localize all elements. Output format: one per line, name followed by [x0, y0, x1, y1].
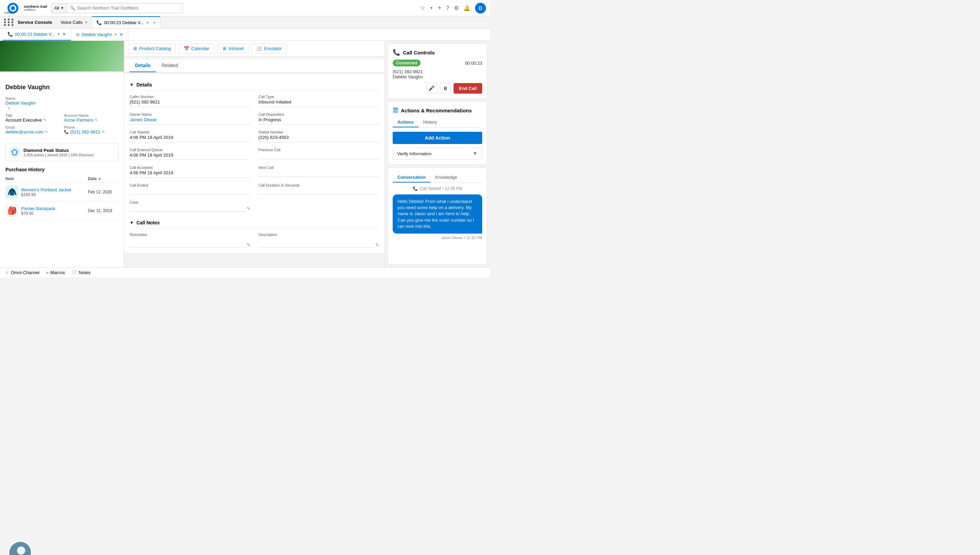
notes-item[interactable]: 📄 Notes: [72, 270, 91, 275]
favorites-icon[interactable]: ☆: [420, 5, 425, 11]
field-call-disposition: Call Disposition In Progress: [259, 112, 379, 125]
add-icon[interactable]: +: [438, 5, 442, 11]
avatar[interactable]: D: [475, 3, 486, 14]
date-sort-icon[interactable]: ▼: [98, 177, 101, 181]
bottom-bar: ✓ Omni-Channel » Macros 📄 Notes: [0, 267, 490, 278]
owner-name-value[interactable]: James Dewar: [129, 117, 251, 125]
active-call-close-icon[interactable]: ✕: [153, 21, 156, 25]
notifications-icon[interactable]: 🔔: [464, 5, 470, 11]
field-resolution: Resolution ✎: [129, 233, 251, 247]
help-icon[interactable]: ?: [446, 5, 449, 11]
description-edit-icon[interactable]: ✎: [375, 242, 379, 247]
voice-calls-tab[interactable]: Voice Calls ▼: [56, 16, 92, 28]
ar-tab-actions[interactable]: Actions: [393, 117, 419, 127]
field-email-edit-icon[interactable]: ✎: [45, 130, 48, 134]
center-panel: ⊞ Product Catalog 📅 Calendar 🖥 Intranet …: [124, 41, 385, 267]
tab-calendar[interactable]: 📅 Calendar: [179, 43, 214, 53]
product-name-jacket[interactable]: Women's Portland Jacket: [21, 187, 71, 192]
table-row: 🧥 Women's Portland Jacket $199.95 Feb 12…: [5, 183, 118, 202]
caller-name-display: Debbie Vaughn: [393, 74, 482, 79]
calendar-label: Calendar: [191, 46, 209, 51]
table-row: 🎒 Pivoter Backpack $79.95 Dec 21, 2019: [5, 202, 118, 220]
field-name-edit-icon[interactable]: ✎: [8, 106, 11, 110]
call-notes-section: ▼ Call Notes Resolution ✎ Description: [129, 217, 379, 247]
settings-icon[interactable]: ⚙: [454, 5, 459, 11]
field-description: Description ✎: [259, 233, 379, 247]
tab-details[interactable]: Details: [129, 59, 156, 72]
call-started-time: Call Started • 12:30 PM: [420, 186, 462, 191]
dropdown-icon[interactable]: ▼: [430, 6, 433, 10]
profile-info: Name Debbie Vaughn ✎ Title Account Execu…: [0, 94, 124, 137]
next-call-value: [259, 170, 379, 177]
verify-information-label: Verify Information: [397, 151, 432, 156]
debbie-second-tab-close-icon[interactable]: ✕: [120, 32, 123, 37]
detail-content: ▼ Details Caller Number (521) 392-9821 C…: [124, 74, 385, 253]
call-second-tab-label: 00:00:23 Debbie V...: [15, 32, 55, 37]
search-input[interactable]: [77, 5, 180, 11]
call-number-row: (521) 392-9821 Debbie Vaughn: [393, 69, 482, 79]
resolution-edit-icon[interactable]: ✎: [247, 242, 251, 247]
tab-emulator[interactable]: ⬜ Emulator: [251, 43, 287, 53]
debbie-second-tab[interactable]: ⊞ Debbie Vaughn ▼ ✕: [71, 29, 128, 40]
mute-button[interactable]: 🎤: [426, 83, 437, 94]
field-phone-value[interactable]: (521) 392-9821: [70, 129, 101, 135]
active-call-tab[interactable]: 📞 00:00:23 Debbie V... ▼ ✕: [92, 16, 160, 28]
conv-tab-knowledge[interactable]: Knowledge: [430, 173, 462, 183]
call-notes-collapse-icon: ▼: [129, 220, 134, 225]
product-price-jacket: $199.95: [21, 192, 71, 197]
caller-number-label: Caller Number: [129, 95, 251, 99]
apps-grid-button[interactable]: Service Console: [0, 16, 56, 28]
call-second-tab-phone-icon: 📞: [8, 32, 13, 37]
connected-badge: Connected: [393, 59, 420, 66]
diamond-details: 2,455 points | Joined 2015 | 10% Discoun…: [24, 153, 94, 157]
case-value: [129, 205, 247, 212]
call-second-tab-close-icon[interactable]: ✕: [62, 32, 66, 37]
call-second-tab-arrow-icon: ▼: [57, 32, 60, 36]
field-title-edit-icon[interactable]: ✎: [43, 118, 46, 122]
second-tab-bar: 📞 00:00:23 Debbie V... ▼ ✕ ⊞ Debbie Vaug…: [0, 29, 490, 41]
hold-button[interactable]: ⏸: [440, 83, 451, 94]
field-account-edit-icon[interactable]: ✎: [94, 118, 98, 122]
details-fields-grid: Caller Number (521) 392-9821 Call Type I…: [129, 95, 379, 212]
notes-file-icon: 📄: [72, 270, 77, 275]
case-edit-icon[interactable]: ✎: [247, 206, 251, 211]
call-notes-header[interactable]: ▼ Call Notes: [129, 217, 379, 228]
product-name-backpack[interactable]: Pivoter Backpack: [21, 206, 55, 211]
omni-channel-item[interactable]: ✓ Omni-Channel: [5, 270, 40, 275]
description-label: Description: [259, 233, 379, 237]
col-date-header: Date ▼: [88, 175, 118, 183]
main-layout: Debbie Vaughn Name Debbie Vaughn ✎ Title…: [0, 41, 490, 267]
search-dropdown[interactable]: All ▼: [51, 3, 67, 13]
call-duration-label: Call Duration in Seconds: [259, 183, 379, 187]
ar-tab-history[interactable]: History: [419, 117, 442, 127]
dialed-number-label: Dialed Number: [259, 130, 379, 134]
field-phone-edit-icon[interactable]: ✎: [102, 130, 105, 134]
product-info-backpack: Pivoter Backpack $79.95: [21, 206, 55, 216]
macros-label: Macros: [50, 270, 65, 275]
field-call-type: Call Type Inbound Initiated: [259, 95, 379, 107]
call-accepted-label: Call Accepted: [129, 165, 251, 170]
intranet-icon: 🖥: [222, 46, 227, 51]
call-disposition-value: In Progress: [259, 117, 379, 125]
field-call-duration: Call Duration in Seconds: [259, 183, 379, 195]
tab-related[interactable]: Related: [156, 59, 184, 72]
details-section-header[interactable]: ▼ Details: [129, 79, 379, 91]
field-name-value[interactable]: Debbie Vaughn: [5, 101, 118, 106]
call-second-tab[interactable]: 📞 00:00:23 Debbie V... ▼ ✕: [3, 29, 71, 40]
conv-tab-conversation[interactable]: Conversation: [393, 173, 430, 183]
end-call-button[interactable]: End Call: [454, 83, 482, 94]
macros-item[interactable]: » Macros: [46, 270, 65, 275]
detail-tabs: Details Related: [124, 59, 385, 72]
svg-marker-7: [12, 149, 18, 155]
active-call-phone-icon: 📞: [96, 20, 102, 25]
field-account-value[interactable]: Acme Partners: [64, 117, 93, 123]
tab-product-catalog[interactable]: ⊞ Product Catalog: [128, 43, 176, 53]
call-timer: 00:00:23: [465, 61, 482, 66]
resolution-value: [129, 237, 247, 247]
verify-information-row[interactable]: Verify Information ▼: [393, 148, 482, 160]
field-call-accepted: Call Accepted 4:06 PM 18 April 2019: [129, 165, 251, 178]
tab-intranet[interactable]: 🖥 Intranet: [217, 43, 249, 53]
field-email-value[interactable]: debbie@acme.com: [5, 129, 43, 135]
actions-recs-header: ☰ Actions & Recommendations: [393, 107, 482, 114]
add-action-button[interactable]: Add Action: [393, 132, 482, 144]
